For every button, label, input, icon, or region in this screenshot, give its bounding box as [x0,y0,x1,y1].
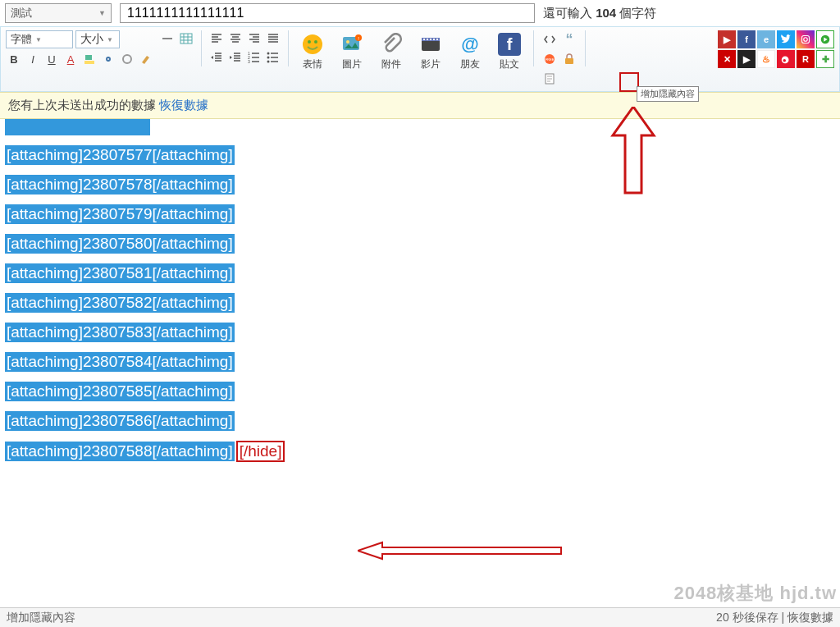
svg-rect-23 [423,39,425,40]
attach-button[interactable]: 附件 [374,30,409,71]
svg-text:FREE: FREE [546,57,555,62]
outdent-button[interactable] [208,49,225,66]
link-button[interactable] [100,51,116,67]
editor-toolbar: 字體▼ 大小▼ B I U A 12 [0,26,840,92]
watermark: 2048核基地 hjd.tw [673,581,837,606]
draft-notice: 您有上次未送出成功的數據 恢復數據 [0,92,840,119]
blog-icon[interactable]: e [757,30,775,48]
status-right: 20 秒後保存 | 恢復數據 [716,611,833,625]
chevron-down-icon: ▼ [98,9,106,17]
play-icon[interactable] [816,30,834,48]
svg-point-1 [123,55,131,63]
code-button[interactable] [541,30,559,48]
svg-point-13 [267,61,270,63]
hide-content-button[interactable] [560,50,578,68]
svg-point-18 [346,40,349,43]
r-icon[interactable]: R [797,50,815,68]
underline-button[interactable]: U [43,51,60,67]
title-input[interactable] [120,3,535,23]
quote-button[interactable]: “ [560,30,578,48]
post-type-select[interactable]: 測試 ▼ [5,3,112,23]
hide-close-tag: [/hide] [236,441,285,462]
editor-content[interactable]: [attachimg]23807577[/attachimg][attachim… [0,119,840,580]
attachimg-tag: [attachimg]23807583[/attachimg] [5,323,235,342]
x-close-icon[interactable]: ✕ [718,50,736,68]
attachimg-tag: [attachimg]23807581[/attachimg] [5,263,235,283]
svg-point-16 [314,40,317,43]
svg-point-39 [783,59,787,62]
attachimg-tag: [attachimg]23807580[/attachimg] [5,234,235,254]
svg-text:3: 3 [248,59,250,64]
svg-rect-26 [433,39,435,40]
align-right-button[interactable] [246,30,262,47]
highlight-button[interactable] [81,51,98,67]
facebook-post-button[interactable]: f 貼文 [492,30,527,71]
unordered-list-button[interactable] [265,49,281,66]
ordered-list-button[interactable]: 123 [246,49,262,66]
char-count: 還可輸入 104 個字符 [543,6,656,21]
weibo-icon[interactable] [777,50,795,68]
table-button[interactable] [178,30,194,47]
clear-format-button[interactable] [138,51,154,67]
svg-point-11 [267,53,270,55]
svg-rect-35 [802,36,810,43]
svg-rect-25 [430,39,431,40]
puzzle-icon[interactable]: ✚ [816,50,834,68]
align-justify-button[interactable] [265,30,281,47]
svg-text:@: @ [461,34,478,54]
attachimg-tag: [attachimg]23807578[/attachimg] [5,175,235,195]
at-friend-button[interactable]: @ 朋友 [453,30,487,71]
flame-icon[interactable]: ♨ [757,50,775,68]
svg-rect-0 [84,61,94,64]
unlink-button[interactable] [119,51,135,67]
svg-rect-2 [162,38,172,39]
twitter-icon[interactable] [777,30,795,48]
page-button[interactable] [541,70,559,88]
bold-button[interactable]: B [6,51,22,67]
svg-rect-33 [565,58,573,64]
attachimg-tag: [attachimg]23807579[/attachimg] [5,204,235,224]
svg-rect-24 [427,39,428,40]
attachimg-tag: [attachimg]23807585[/attachimg] [5,382,235,401]
hide-button-tooltip: 增加隱藏內容 [637,86,699,102]
svg-rect-27 [436,39,438,40]
image-button[interactable]: ! 圖片 [335,30,369,71]
facebook-icon[interactable]: f [737,30,756,48]
indent-button[interactable] [227,49,244,66]
font-select[interactable]: 字體▼ [6,30,73,48]
attachimg-tag: [attachimg]23807588[/attachimg] [5,442,235,461]
svg-point-12 [267,57,270,59]
video-button[interactable]: 影片 [413,30,448,71]
status-bar: 增加隱藏內容 20 秒後保存 | 恢復數據 [0,607,840,627]
italic-button[interactable]: I [25,51,41,67]
video-small-icon[interactable]: ▶ [737,50,756,68]
annotation-arrow-up-icon [609,107,658,197]
svg-point-14 [303,34,322,54]
size-select[interactable]: 大小▼ [75,30,120,48]
youtube-icon[interactable]: ▶ [718,30,736,48]
annotation-arrow-left-icon [358,541,563,561]
hr-button[interactable] [159,30,176,47]
attachimg-tag: [attachimg]23807584[/attachimg] [5,352,235,372]
svg-point-15 [308,40,311,43]
instagram-icon[interactable] [797,30,815,48]
align-left-button[interactable] [208,30,225,47]
svg-point-36 [804,38,808,42]
font-color-button[interactable]: A [62,51,79,67]
post-type-value: 測試 [11,6,32,21]
attachimg-tag: [attachimg]23807582[/attachimg] [5,293,235,313]
svg-text:f: f [507,35,513,53]
emotion-button[interactable]: 表情 [295,30,330,71]
free-tag-button[interactable]: FREE [541,50,559,68]
svg-rect-3 [180,34,192,43]
attachimg-tag: [attachimg]23807577[/attachimg] [5,145,235,165]
status-left: 增加隱藏內容 [7,611,75,625]
restore-draft-link[interactable]: 恢復數據 [159,98,208,112]
attachimg-tag: [attachimg]23807586[/attachimg] [5,411,235,431]
align-center-button[interactable] [227,30,244,47]
